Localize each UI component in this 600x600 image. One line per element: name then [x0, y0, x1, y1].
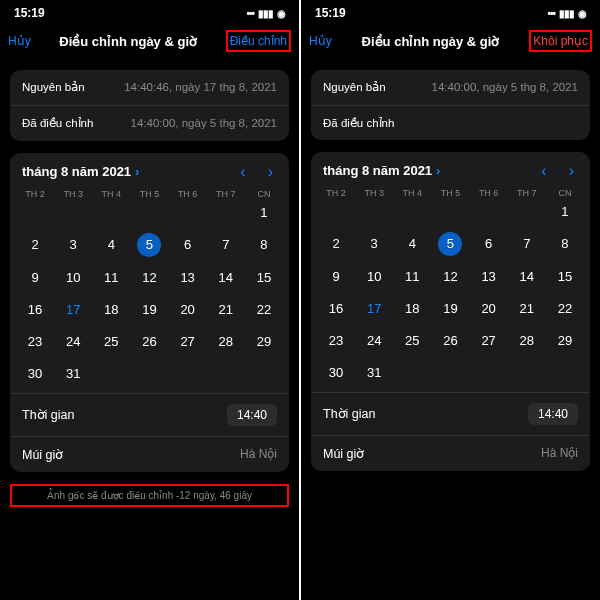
- time-row: Thời gian 14:40: [10, 393, 289, 436]
- original-row: Nguyên bản 14:40:46, ngày 17 thg 8, 2021: [10, 70, 289, 106]
- selected-day: 5: [137, 233, 161, 257]
- selected-day: 5: [438, 232, 462, 256]
- phone-left: 15:19 •••▮▮▮◉ Hủy Điều chỉnh ngày & giờ …: [0, 0, 299, 600]
- today-marker: 17: [54, 298, 92, 321]
- restore-button[interactable]: Khôi phục: [529, 30, 592, 52]
- cancel-button[interactable]: Hủy: [8, 34, 31, 48]
- calendar-header: tháng 8 năm 2021 › ‹ ›: [311, 152, 590, 184]
- weekday-row: TH 2TH 3TH 4TH 5TH 6TH 7CN: [10, 185, 289, 201]
- page-title: Điều chỉnh ngày & giờ: [362, 34, 500, 49]
- status-indicators: •••▮▮▮◉: [547, 8, 586, 19]
- time-picker[interactable]: 14:40: [227, 404, 277, 426]
- month-picker[interactable]: tháng 8 năm 2021 ›: [323, 163, 440, 178]
- nav-header: Hủy Điều chỉnh ngày & giờ Khôi phục: [301, 22, 600, 64]
- calendar-card: tháng 8 năm 2021 › ‹ › TH 2TH 3TH 4TH 5T…: [311, 152, 590, 471]
- today-marker: 17: [355, 297, 393, 320]
- adjusted-label: Đã điều chỉnh: [323, 116, 394, 130]
- footer-message: Ảnh gốc sẽ được điều chỉnh -12 ngày, 46 …: [10, 484, 289, 507]
- timezone-row[interactable]: Múi giờ Hà Nội: [10, 436, 289, 472]
- calendar-grid[interactable]: 1 2345678 9101112131415 16171819202122 2…: [311, 200, 590, 392]
- adjusted-value: 14:40:00, ngày 5 thg 8, 2021: [131, 116, 277, 131]
- time-row: Thời gian 14:40: [311, 392, 590, 435]
- info-card: Nguyên bản 14:40:00, ngày 5 thg 8, 2021 …: [311, 70, 590, 140]
- adjusted-row: Đã điều chỉnh: [311, 106, 590, 140]
- timezone-row[interactable]: Múi giờ Hà Nội: [311, 435, 590, 471]
- phone-right: 15:19 •••▮▮▮◉ Hủy Điều chỉnh ngày & giờ …: [301, 0, 600, 600]
- info-card: Nguyên bản 14:40:46, ngày 17 thg 8, 2021…: [10, 70, 289, 141]
- nav-header: Hủy Điều chỉnh ngày & giờ Điều chỉnh: [0, 22, 299, 64]
- next-month-button[interactable]: ›: [268, 163, 273, 181]
- original-row: Nguyên bản 14:40:00, ngày 5 thg 8, 2021: [311, 70, 590, 106]
- timezone-value: Hà Nội: [240, 447, 277, 461]
- prev-month-button[interactable]: ‹: [541, 162, 546, 180]
- original-label: Nguyên bản: [22, 80, 85, 94]
- calendar-card: tháng 8 năm 2021 › ‹ › TH 2TH 3TH 4TH 5T…: [10, 153, 289, 472]
- timezone-value: Hà Nội: [541, 446, 578, 460]
- status-bar: 15:19 •••▮▮▮◉: [301, 0, 600, 22]
- page-title: Điều chỉnh ngày & giờ: [59, 34, 197, 49]
- original-label: Nguyên bản: [323, 80, 386, 94]
- time-label: Thời gian: [22, 407, 74, 422]
- time-label: Thời gian: [323, 406, 375, 421]
- status-bar: 15:19 •••▮▮▮◉: [0, 0, 299, 22]
- cancel-button[interactable]: Hủy: [309, 34, 332, 48]
- status-indicators: •••▮▮▮◉: [246, 8, 285, 19]
- adjusted-row: Đã điều chỉnh 14:40:00, ngày 5 thg 8, 20…: [10, 106, 289, 141]
- status-time: 15:19: [14, 6, 45, 20]
- timezone-label: Múi giờ: [22, 447, 63, 462]
- calendar-header: tháng 8 năm 2021 › ‹ ›: [10, 153, 289, 185]
- adjusted-label: Đã điều chỉnh: [22, 116, 93, 130]
- chevron-right-icon: ›: [436, 163, 440, 178]
- original-value: 14:40:46, ngày 17 thg 8, 2021: [124, 80, 277, 95]
- time-picker[interactable]: 14:40: [528, 403, 578, 425]
- weekday-row: TH 2TH 3TH 4TH 5TH 6TH 7CN: [311, 184, 590, 200]
- adjust-button[interactable]: Điều chỉnh: [226, 30, 291, 52]
- calendar-grid[interactable]: 1 2345678 9101112131415 16171819202122 2…: [10, 201, 289, 393]
- chevron-right-icon: ›: [135, 164, 139, 179]
- prev-month-button[interactable]: ‹: [240, 163, 245, 181]
- month-picker[interactable]: tháng 8 năm 2021 ›: [22, 164, 139, 179]
- original-value: 14:40:00, ngày 5 thg 8, 2021: [432, 80, 578, 95]
- status-time: 15:19: [315, 6, 346, 20]
- timezone-label: Múi giờ: [323, 446, 364, 461]
- next-month-button[interactable]: ›: [569, 162, 574, 180]
